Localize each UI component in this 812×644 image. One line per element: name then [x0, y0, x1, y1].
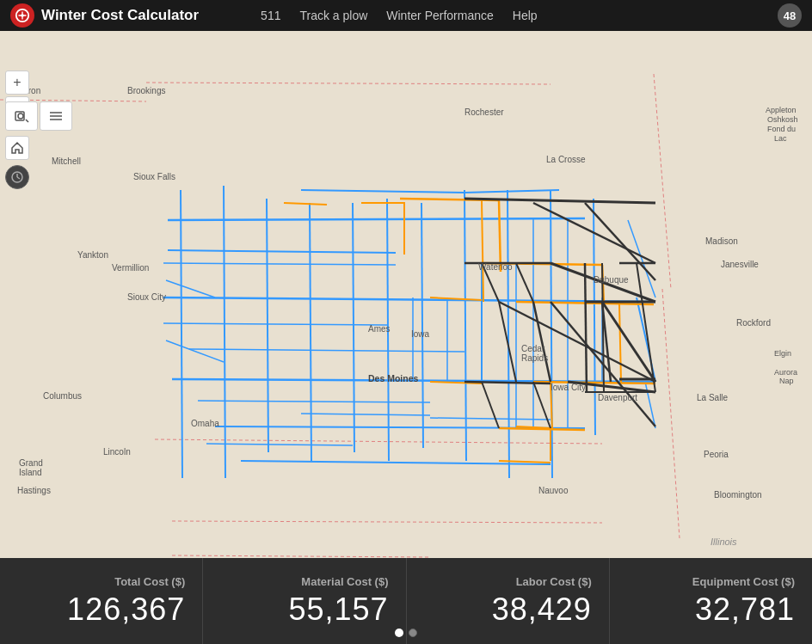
equipment-cost-panel: Equipment Cost ($) 32,781: [610, 558, 812, 644]
svg-text:Dubuque: Dubuque: [594, 275, 629, 285]
labor-cost-label: Labor Cost ($): [516, 575, 592, 588]
svg-text:Davenport: Davenport: [598, 393, 637, 402]
svg-text:Elgin: Elgin: [774, 349, 791, 358]
nav-track-plow[interactable]: Track a plow: [299, 9, 367, 22]
svg-text:Island: Island: [19, 468, 42, 477]
svg-text:Sioux Falls: Sioux Falls: [133, 172, 175, 181]
tool-buttons: [5, 101, 72, 131]
equipment-cost-label: Equipment Cost ($): [692, 575, 795, 588]
identify-tool-button[interactable]: [5, 101, 38, 131]
svg-point-46: [18, 113, 23, 119]
svg-text:Brookings: Brookings: [127, 86, 165, 95]
svg-text:La Salle: La Salle: [697, 393, 729, 402]
svg-text:Yankton: Yankton: [77, 250, 108, 260]
material-cost-value: 55,157: [288, 592, 388, 628]
svg-text:Sioux City: Sioux City: [127, 292, 166, 302]
svg-text:Rochester: Rochester: [464, 107, 504, 117]
svg-text:Columbus: Columbus: [43, 391, 82, 401]
svg-text:Nauvoo: Nauvoo: [538, 486, 569, 495]
svg-text:Vermillion: Vermillion: [112, 263, 149, 273]
svg-text:Des Moines: Des Moines: [368, 373, 419, 383]
svg-line-52: [17, 177, 20, 179]
svg-text:Rockford: Rockford: [736, 318, 771, 328]
svg-text:Iowa City: Iowa City: [551, 383, 586, 392]
svg-text:Bloomington: Bloomington: [714, 490, 762, 500]
svg-text:Madison: Madison: [705, 236, 738, 246]
pagination-dot-1[interactable]: [395, 629, 403, 637]
svg-text:Rapids: Rapids: [521, 353, 548, 363]
svg-text:Omaha: Omaha: [191, 419, 219, 428]
svg-text:Hastings: Hastings: [17, 486, 51, 495]
svg-text:Lac: Lac: [774, 134, 787, 143]
svg-text:Waterloo: Waterloo: [478, 262, 513, 272]
logo-area: Winter Cost Calculator: [0, 3, 209, 28]
layers-button[interactable]: [40, 101, 72, 131]
pagination: [395, 629, 417, 637]
svg-text:Janesville: Janesville: [721, 260, 759, 269]
svg-text:Grand: Grand: [19, 458, 43, 468]
nav-help[interactable]: Help: [513, 9, 538, 22]
nav-511[interactable]: 511: [261, 9, 280, 22]
material-cost-panel: Material Cost ($) 55,157: [203, 558, 406, 644]
nav-winter-performance[interactable]: Winter Performance: [386, 9, 493, 22]
app-title: Winter Cost Calculator: [41, 7, 199, 24]
material-cost-label: Material Cost ($): [301, 575, 388, 588]
svg-text:Illinois: Illinois: [710, 537, 737, 547]
nav-links: 511 Track a plow Winter Performance Help: [261, 9, 537, 22]
header: Winter Cost Calculator 511 Track a plow …: [0, 0, 812, 31]
svg-point-1: [21, 14, 24, 17]
total-cost-label: Total Cost ($): [114, 575, 185, 588]
svg-text:Nap: Nap: [779, 377, 794, 385]
svg-text:Appleton: Appleton: [766, 106, 797, 114]
svg-text:Lincoln: Lincoln: [103, 447, 131, 457]
map-svg: Huron Brookings Rochester Appleton Oshko…: [0, 31, 812, 558]
total-cost-value: 126,367: [67, 592, 185, 628]
svg-text:La Crosse: La Crosse: [546, 155, 586, 164]
total-cost-panel: Total Cost ($) 126,367: [0, 558, 203, 644]
time-button[interactable]: [5, 165, 29, 189]
svg-text:Ames: Ames: [368, 324, 391, 334]
svg-text:Aurora: Aurora: [774, 368, 797, 377]
svg-text:Peoria: Peoria: [704, 450, 729, 459]
svg-text:Cedar: Cedar: [521, 344, 545, 353]
svg-text:Fond du: Fond du: [767, 125, 796, 133]
equipment-cost-value: 32,781: [695, 592, 795, 628]
svg-text:Oshkosh: Oshkosh: [767, 115, 798, 124]
map-container[interactable]: Huron Brookings Rochester Appleton Oshko…: [0, 31, 812, 558]
labor-cost-value: 38,429: [492, 592, 592, 628]
pagination-dot-2[interactable]: [409, 629, 417, 637]
user-badge[interactable]: 48: [778, 3, 802, 28]
app-logo: [10, 3, 34, 28]
svg-text:Iowa: Iowa: [411, 329, 430, 339]
labor-cost-panel: Labor Cost ($) 38,429: [407, 558, 610, 644]
home-button[interactable]: [5, 136, 29, 160]
svg-text:Mitchell: Mitchell: [52, 156, 81, 166]
svg-line-45: [26, 120, 28, 122]
zoom-in-button[interactable]: +: [5, 71, 29, 95]
